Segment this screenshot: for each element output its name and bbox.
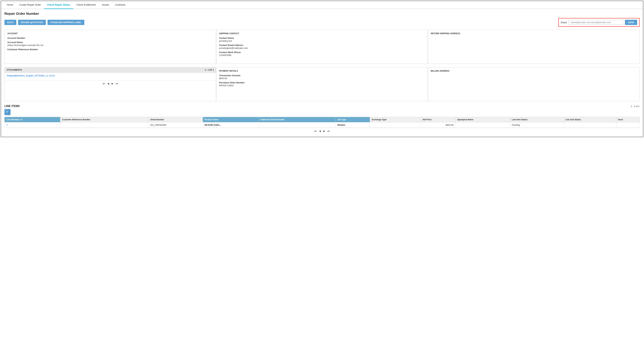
table-cell (456, 122, 510, 128)
line-items-table-wrapper: Line Number▲▼Customer Reference NumberSe… (4, 117, 640, 128)
page-title: Repair Order Number (4, 12, 640, 16)
line-items-table: Line Number▲▼Customer Reference NumberSe… (4, 117, 640, 128)
nav-item-assets[interactable]: Assets (99, 1, 112, 9)
payment-field-label: Purchase Order Number (219, 81, 425, 84)
shipping-field-value: portalregtest@mailinator.com (219, 47, 425, 49)
line-items-label: LINE ITEMS (4, 105, 20, 108)
nav-item-contracts[interactable]: Contracts (112, 1, 128, 9)
bottom-panels: ATTACHMENTS 1 - 1 of 1 ShippingManifest1… (4, 67, 640, 101)
table-pagination: ⏮ ◀ ▶ ⏭ (4, 128, 640, 134)
payment-field-value: $840.80 (219, 77, 425, 80)
return-shipping-panel: RETURN SHIPPING ADDRESS (428, 30, 640, 64)
table-first-button[interactable]: ⏮ (314, 129, 317, 133)
shipping-field-value: 1234567890 (219, 54, 425, 56)
shipping-field-label: Contact Name (219, 37, 425, 39)
first-page-button[interactable]: ⏮ (102, 82, 106, 85)
account-field-label: Account Name (7, 41, 213, 43)
table-cell (259, 122, 336, 128)
table-header-cell[interactable]: Outbound Serial Number (259, 117, 336, 122)
table-cell: Billable (336, 122, 370, 128)
billing-title: BILLING ADDRESS (431, 70, 637, 72)
table-prev-button[interactable]: ◀ (318, 129, 322, 133)
nav-item-check-entitlement[interactable]: Check Entitlement (73, 1, 99, 9)
account-field-value: Zebra Technologies Australia Pty Ltd (7, 44, 213, 46)
payment-panel: PAYMENT DETAILS Transaction Amount$840.8… (216, 67, 428, 101)
nav-bar: HomeCreate Repair OrderCheck Repair Stat… (1, 1, 643, 9)
table-header-cell[interactable]: Job Type (336, 117, 370, 122)
line-items-count: 1 - 1 of 1 (631, 105, 640, 108)
table-header-cell[interactable]: Line Number▲▼ (4, 117, 60, 122)
attachment-pagination: ⏮ ◀ ▶ ⏭ (4, 80, 216, 87)
table-row: 1SN_UNKNOWNMC9190-G30S...Billable$840.80… (4, 122, 640, 128)
shipping-contact-title: SHIPPING CONTACT (219, 32, 425, 35)
table-header-cell[interactable]: Line Sub Status (564, 117, 616, 122)
send-button[interactable]: SEND (625, 20, 637, 25)
action-bar: BACK REVIEW QUOTATION STANDARD SHIPPING … (4, 18, 640, 27)
table-cell: SN_UNKNOWN (148, 122, 203, 128)
next-page-button[interactable]: ▶ (111, 82, 114, 85)
billing-panel: BILLING ADDRESS (428, 67, 640, 101)
table-header-cell[interactable]: Line Item Status (510, 117, 564, 122)
table-header-cell[interactable]: Exchange Type (370, 117, 421, 122)
account-panel: ACCOUNT Account NumberAccount NameZebra … (4, 30, 216, 64)
table-cell: MC9190-G30S... (203, 122, 258, 128)
shipping-contact-panel: SHIPPING CONTACT Contact Nameportalreg t… (216, 30, 428, 64)
table-cell (564, 122, 616, 128)
table-header-cell[interactable]: Net Price (421, 117, 455, 122)
table-cell (616, 122, 640, 128)
return-shipping-title: RETURN SHIPPING ADDRESS (431, 32, 637, 35)
table-header-cell[interactable]: Customer Reference Number (60, 117, 148, 122)
top-panels: ACCOUNT Account NumberAccount NameZebra … (4, 30, 640, 64)
table-header-cell[interactable]: Product Name (203, 117, 258, 122)
nav-item-create-repair-order[interactable]: Create Repair Order (16, 1, 44, 9)
table-header-cell[interactable]: Sparepool Name (456, 117, 510, 122)
table-cell[interactable]: 1 (4, 122, 60, 128)
attachments-title: ATTACHMENTS (7, 69, 22, 71)
attachment-link[interactable]: ShippingManifest1_English_30725594_11-10… (7, 74, 56, 77)
table-header-cell[interactable]: Serial Number (148, 117, 203, 122)
payment-field-value: REFER LINES (219, 84, 425, 87)
nav-item-check-repair-status[interactable]: Check Repair Status (44, 1, 73, 9)
table-cell (370, 122, 421, 128)
table-body: 1SN_UNKNOWNMC9190-G30S...Billable$840.80… (4, 122, 640, 128)
account-field-label: Customer Reference Number (7, 48, 213, 51)
shipping-field-value: portalreg test (219, 40, 425, 42)
last-page-button[interactable]: ⏭ (115, 82, 119, 85)
table-header-row: Line Number▲▼Customer Reference NumberSe… (4, 117, 640, 122)
table-next-button[interactable]: ▶ (322, 129, 326, 133)
table-cell: Pending (510, 122, 564, 128)
payment-field-label: Transaction Amount (219, 74, 425, 77)
table-cell (60, 122, 148, 128)
line-items-section-title: LINE ITEMS 1 - 1 of 1 (4, 105, 640, 108)
account-panel-title: ACCOUNT (7, 32, 213, 35)
share-box: Share SEND (558, 18, 640, 27)
shipping-field-label: Contact Work Phone (219, 51, 425, 54)
shipping-field-label: Contact Email Address (219, 44, 425, 46)
payment-title: PAYMENT DETAILS (219, 70, 425, 72)
share-label: Share (561, 21, 567, 24)
back-button[interactable]: BACK (4, 20, 16, 25)
standard-shipping-label-button[interactable]: STANDARD SHIPPING LABEL (48, 20, 84, 25)
share-email-input[interactable] (569, 20, 623, 25)
account-field-label: Account Number (7, 37, 213, 39)
table-cell: $840.80 (421, 122, 455, 128)
table-last-button[interactable]: ⏭ (327, 129, 330, 133)
attachments-panel: ATTACHMENTS 1 - 1 of 1 ShippingManifest1… (4, 67, 216, 101)
prev-page-button[interactable]: ◀ (106, 82, 110, 85)
attachments-count: 1 - 1 of 1 (205, 69, 214, 71)
nav-item-home[interactable]: Home (4, 1, 16, 9)
line-items-search-button[interactable]: 🔍 (4, 109, 10, 115)
review-quotation-button[interactable]: REVIEW QUOTATION (18, 20, 46, 25)
table-header-cell[interactable]: Invoi (616, 117, 640, 122)
